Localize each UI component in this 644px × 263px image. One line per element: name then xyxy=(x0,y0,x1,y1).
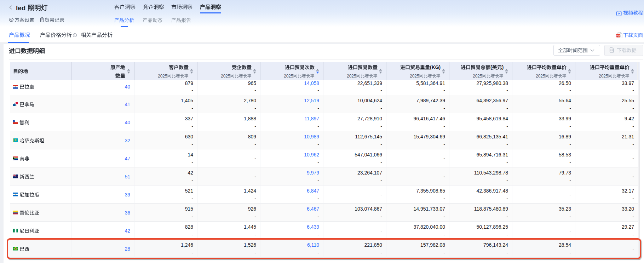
svg-text:2025: 2025 xyxy=(536,73,545,78)
svg-text:PDF: PDF xyxy=(616,34,620,36)
svg-text:2025: 2025 xyxy=(347,73,356,78)
svg-text:2025: 2025 xyxy=(410,73,419,78)
svg-text:2025: 2025 xyxy=(473,73,482,78)
svg-text:2025: 2025 xyxy=(158,73,167,78)
svg-text:2025: 2025 xyxy=(284,73,293,78)
svg-text:(: ( xyxy=(490,64,492,70)
svg-text:2025: 2025 xyxy=(221,73,230,78)
svg-text:2025: 2025 xyxy=(599,73,608,78)
svg-text:): ) xyxy=(502,64,504,70)
svg-text:(KG): (KG) xyxy=(430,64,441,70)
svg-text:led: led xyxy=(16,4,25,12)
